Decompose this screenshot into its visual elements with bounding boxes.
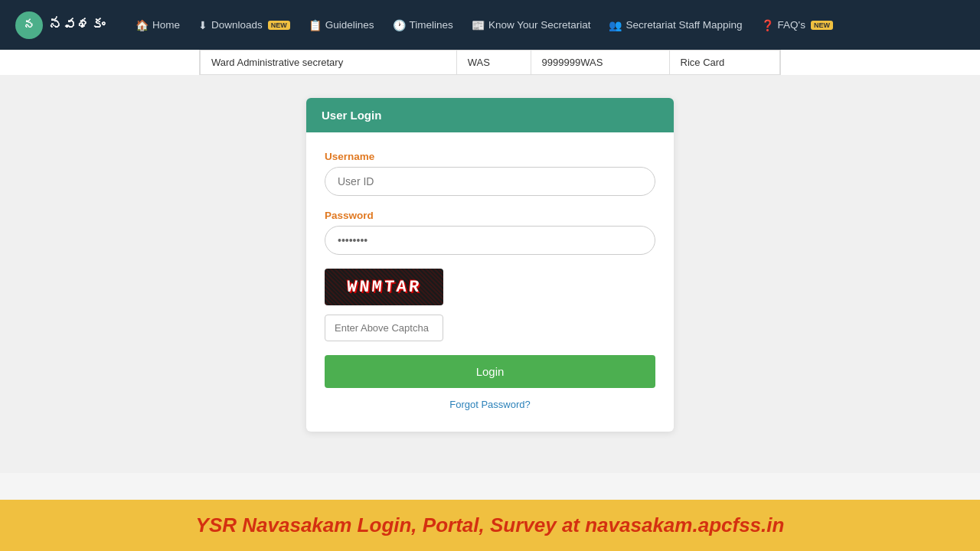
nav-links: 🏠 Home ⬇ Downloads NEW 📋 Guidelines 🕐 Ti… (128, 15, 965, 36)
nav-label-downloads: Downloads (211, 19, 263, 31)
know-secretariat-icon: 📰 (472, 19, 485, 31)
username-label: Username (325, 151, 655, 162)
captcha-section: WNMTAR (325, 269, 655, 341)
password-group: Password (325, 210, 655, 255)
brand-name: నవశకం (49, 17, 105, 33)
nav-item-know-secretariat[interactable]: 📰 Know Your Secretariat (464, 15, 599, 36)
login-button-label: Login (476, 365, 505, 378)
brand: న నవశకం (15, 11, 105, 39)
captcha-text: WNMTAR (346, 278, 422, 297)
login-card: User Login Username Password WNMTAR Logi… (306, 98, 674, 432)
forgot-password-label: Forgot Password? (449, 399, 531, 410)
nav-item-staff-mapping[interactable]: 👥 Secretariat Staff Mapping (601, 15, 750, 36)
username-input[interactable] (325, 167, 655, 196)
table-cell-code: WAS (456, 51, 531, 75)
nav-label-know-secretariat: Know Your Secretariat (488, 19, 591, 31)
home-icon: 🏠 (136, 19, 149, 31)
table-cell-role: Ward Administrative secretary (201, 51, 457, 75)
faqs-icon: ❓ (761, 19, 774, 31)
table-cell-id: 9999999WAS (531, 51, 669, 75)
nav-label-timelines: Timelines (410, 19, 453, 31)
table-cell-service: Rice Card (669, 51, 779, 75)
nav-label-faqs: FAQ's (778, 19, 805, 31)
main-content: User Login Username Password WNMTAR Logi… (0, 75, 980, 473)
login-body: Username Password WNMTAR Login Forgot Pa… (306, 132, 674, 432)
captcha-image: WNMTAR (325, 269, 443, 305)
captcha-input[interactable] (325, 315, 443, 341)
brand-icon: న (15, 11, 43, 39)
table-area: Ward Administrative secretary WAS 999999… (0, 50, 980, 75)
login-header: User Login (306, 98, 674, 132)
forgot-password-link[interactable]: Forgot Password? (325, 399, 655, 410)
nav-item-downloads[interactable]: ⬇ Downloads NEW (191, 15, 298, 36)
nav-label-staff-mapping: Secretariat Staff Mapping (626, 19, 742, 31)
username-group: Username (325, 151, 655, 196)
timelines-icon: 🕐 (393, 19, 406, 31)
password-input[interactable] (325, 226, 655, 255)
download-icon: ⬇ (198, 19, 207, 31)
navbar: న నవశకం 🏠 Home ⬇ Downloads NEW 📋 Guideli… (0, 0, 980, 50)
nav-item-guidelines[interactable]: 📋 Guidelines (301, 15, 382, 36)
table-snippet: Ward Administrative secretary WAS 999999… (199, 50, 781, 75)
password-label: Password (325, 210, 655, 221)
staff-mapping-icon: 👥 (609, 19, 622, 31)
faqs-badge: NEW (811, 21, 833, 30)
downloads-badge: NEW (268, 21, 290, 30)
nav-label-guidelines: Guidelines (325, 19, 374, 31)
nav-item-home[interactable]: 🏠 Home (128, 15, 188, 36)
login-button[interactable]: Login (325, 355, 655, 388)
nav-item-timelines[interactable]: 🕐 Timelines (385, 15, 461, 36)
data-table: Ward Administrative secretary WAS 999999… (200, 50, 780, 74)
guidelines-icon: 📋 (309, 19, 322, 31)
login-header-label: User Login (322, 109, 381, 122)
nav-item-faqs[interactable]: ❓ FAQ's NEW (753, 15, 841, 36)
brand-icon-label: న (24, 19, 34, 31)
nav-label-home: Home (152, 19, 180, 31)
bottom-banner-text: YSR Navasakam Login, Portal, Survey at n… (196, 514, 785, 536)
bottom-banner: YSR Navasakam Login, Portal, Survey at n… (0, 500, 980, 551)
table-row: Ward Administrative secretary WAS 999999… (201, 51, 780, 75)
